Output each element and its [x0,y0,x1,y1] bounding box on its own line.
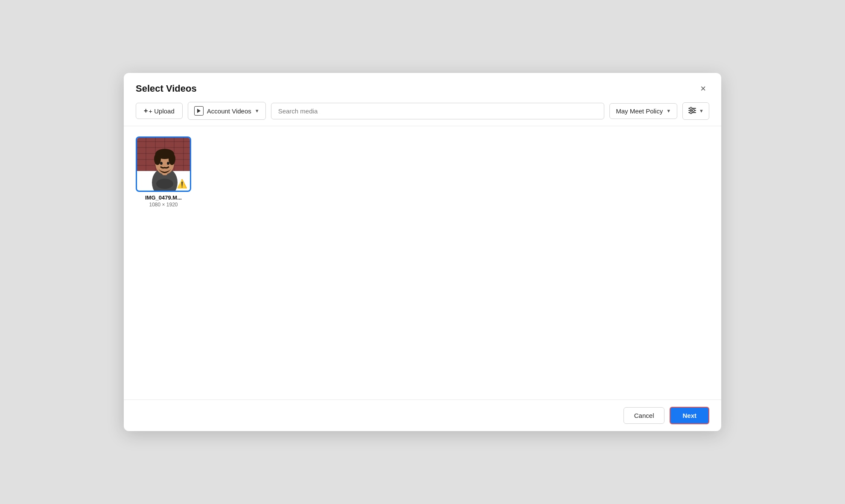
account-videos-button[interactable]: Account Videos ▼ [188,102,266,120]
svg-point-14 [156,179,173,189]
policy-filter-button[interactable]: May Meet Policy ▼ [609,103,677,119]
plus-icon: + [144,107,148,115]
modal-header: Select Videos × [124,73,721,95]
svg-point-13 [167,162,169,165]
warning-icon: ⚠️ [177,180,187,188]
video-filename: IMG_0479.M... [145,194,182,201]
select-videos-modal: Select Videos × + + Upload Account Video… [124,73,721,431]
video-thumbnail-wrapper: ⚠️ [136,136,191,192]
svg-point-12 [160,162,163,165]
upload-button[interactable]: + + Upload [136,103,183,119]
svg-point-10 [154,153,161,165]
play-triangle [197,109,201,113]
video-icon [194,106,204,116]
policy-chevron-icon: ▼ [666,108,671,113]
sliders-icon [688,107,696,116]
filter-chevron-icon: ▼ [699,108,704,113]
next-button[interactable]: Next [670,407,709,424]
modal-footer: Cancel Next [124,400,721,431]
search-wrapper [271,103,605,119]
toolbar: + + Upload Account Videos ▼ May Meet Pol… [124,95,721,126]
svg-point-1 [690,107,692,109]
close-button[interactable]: × [697,82,709,95]
svg-point-5 [690,111,692,113]
video-grid: ⚠️ IMG_0479.M... 1080 × 1920 [136,136,709,208]
modal-title: Select Videos [136,83,197,94]
cancel-button[interactable]: Cancel [624,407,665,424]
list-item[interactable]: ⚠️ IMG_0479.M... 1080 × 1920 [136,136,191,208]
content-area: ⚠️ IMG_0479.M... 1080 × 1920 [124,126,721,400]
chevron-down-icon: ▼ [255,108,259,113]
account-videos-label: Account Videos [207,107,251,115]
policy-label: May Meet Policy [616,107,663,115]
video-dimensions: 1080 × 1920 [149,202,178,208]
upload-label: + Upload [149,107,174,115]
search-input[interactable] [271,103,605,119]
svg-point-11 [169,153,175,165]
svg-point-3 [693,109,695,111]
filter-options-button[interactable]: ▼ [682,102,709,120]
